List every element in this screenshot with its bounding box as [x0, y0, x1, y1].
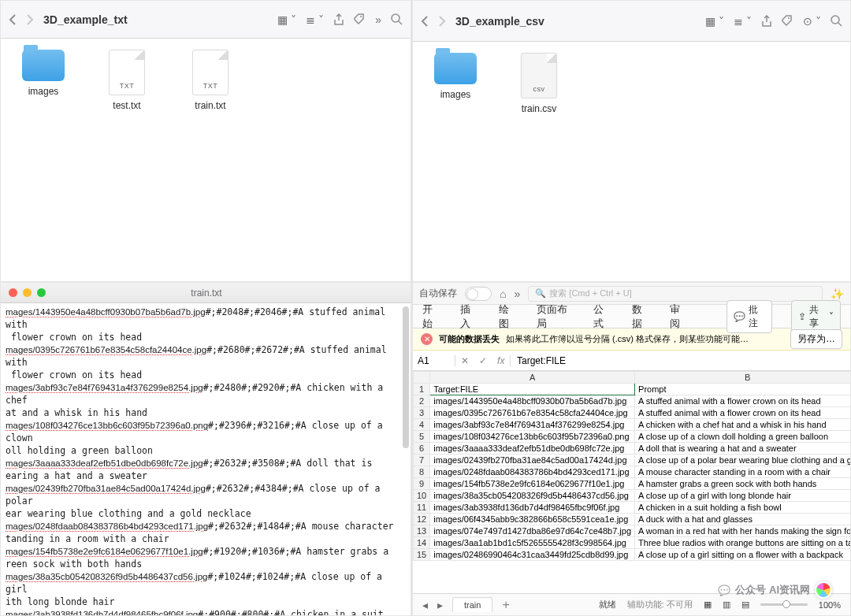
- fx-icon[interactable]: fx: [497, 355, 504, 366]
- tab-home[interactable]: 开始: [422, 302, 441, 331]
- cell[interactable]: A mouse character standing in a room wit…: [635, 466, 850, 478]
- row-header[interactable]: 12: [414, 514, 430, 525]
- more-icon[interactable]: ⊙ ˅: [803, 15, 821, 28]
- cell[interactable]: Prompt: [635, 384, 850, 395]
- save-as-button[interactable]: 另存为…: [790, 329, 842, 349]
- row-header[interactable]: 8: [414, 466, 430, 478]
- file-item[interactable]: images: [426, 53, 485, 114]
- cell[interactable]: images/154fb5738e2e9fc6184e0629677f10e1.…: [430, 478, 635, 490]
- cell[interactable]: A woman in a red hat with her hands maki…: [635, 525, 850, 537]
- spreadsheet-grid[interactable]: ABCDEF1Target:FILEPrompt2images/1443950e…: [413, 371, 850, 593]
- prev-sheet-icon[interactable]: ◂: [422, 599, 428, 611]
- cell[interactable]: A stuffed animal with a flower crown on …: [635, 407, 850, 419]
- view-icons-icon[interactable]: ▦ ˅: [277, 13, 296, 26]
- row-header[interactable]: 13: [414, 525, 430, 537]
- cell[interactable]: images/0395c726761b67e8354c58cfa24404ce.…: [430, 407, 635, 419]
- maximize-icon[interactable]: [37, 288, 46, 297]
- add-sheet-button[interactable]: +: [502, 598, 509, 612]
- cell[interactable]: A duck with a hat and glasses: [635, 514, 850, 525]
- cell[interactable]: Target:FILE: [430, 384, 635, 395]
- cell[interactable]: images/02439fb270fba31ae84c5ad00a17424d.…: [430, 455, 635, 466]
- cell[interactable]: images/3aa1ab1bd1c5f5265555428f3c998564.…: [430, 537, 635, 549]
- cell[interactable]: A stuffed animal with a flower crown on …: [635, 395, 850, 407]
- cell[interactable]: A close up of a girl with long blonde ha…: [635, 490, 850, 502]
- view-icons-icon[interactable]: ▦ ˅: [705, 15, 724, 28]
- tag-icon[interactable]: [354, 13, 366, 25]
- cell[interactable]: images/3ab3938fd136db7d4df98465fbc9f06f.…: [430, 502, 635, 514]
- search-icon[interactable]: [391, 13, 403, 25]
- row-header[interactable]: 3: [414, 407, 430, 419]
- row-header[interactable]: 1: [414, 384, 430, 395]
- share-button[interactable]: ⇪ 共享 ˅: [791, 300, 841, 333]
- row-header[interactable]: 14: [414, 537, 430, 549]
- row-header[interactable]: 9: [414, 478, 430, 490]
- cell[interactable]: A chicken with a chef hat and a whisk in…: [635, 419, 850, 431]
- cell[interactable]: images/3aaaa333deaf2efb51dbe0db698fc72e.…: [430, 443, 635, 455]
- back-icon[interactable]: [9, 14, 17, 25]
- tab-data[interactable]: 数据: [632, 302, 651, 331]
- more-icon[interactable]: »: [375, 13, 381, 26]
- cell[interactable]: images/02486990464c31caa3449fd25cdb8d99.…: [430, 549, 635, 561]
- cell[interactable]: images/074e7497d1427dba86e97d64c7ce48b7.…: [430, 525, 635, 537]
- row-header[interactable]: 15: [414, 549, 430, 561]
- search-input[interactable]: 🔍 搜索 [Cmd + Ctrl + U]: [528, 286, 823, 302]
- cell[interactable]: images/1443950e4a48bcff0930b07ba5b6ad7b.…: [430, 395, 635, 407]
- home-icon[interactable]: ⌂: [500, 288, 506, 300]
- cell[interactable]: images/108f034276ce13bb6c603f95b72396a0.…: [430, 431, 635, 443]
- row-header[interactable]: 5: [414, 431, 430, 443]
- cell[interactable]: images/06f4345abb9c382866b658c5591cea1e.…: [430, 514, 635, 525]
- cell[interactable]: A close up of a polar bear wearing blue …: [635, 455, 850, 466]
- row-header[interactable]: 11: [414, 502, 430, 514]
- finder-window-left[interactable]: 3D_example_txt ▦ ˅ ≣ ˅ » imagesTXTtest.t…: [0, 0, 411, 282]
- autosave-toggle[interactable]: [465, 287, 492, 301]
- cancel-icon[interactable]: ✕: [461, 355, 469, 366]
- search-icon[interactable]: [831, 15, 842, 27]
- cell[interactable]: A chicken in a suit holding a fish bowl: [635, 502, 850, 514]
- file-item[interactable]: csvtrain.csv: [509, 53, 569, 114]
- row-header[interactable]: 10: [414, 490, 430, 502]
- more-icon[interactable]: »: [514, 288, 520, 300]
- group-icon[interactable]: ≣ ˅: [306, 13, 324, 26]
- sheet-tab[interactable]: train: [452, 597, 492, 612]
- cell[interactable]: A close up of a girl sitting on a flower…: [635, 549, 850, 561]
- file-item[interactable]: images: [13, 50, 73, 111]
- row-header[interactable]: 4: [414, 419, 430, 431]
- view-normal-icon[interactable]: ▦: [704, 599, 712, 610]
- tab-insert[interactable]: 插入: [460, 302, 479, 331]
- editor-content[interactable]: mages/1443950e4a48bcff0930b07ba5b6ad7b.j…: [1, 303, 411, 615]
- tab-draw[interactable]: 绘图: [499, 302, 518, 331]
- forward-icon[interactable]: [26, 14, 34, 25]
- row-header[interactable]: 2: [414, 395, 430, 407]
- name-box[interactable]: A1: [413, 355, 455, 366]
- row-header[interactable]: 6: [414, 443, 430, 455]
- forward-icon[interactable]: [438, 16, 446, 27]
- enter-icon[interactable]: ✓: [479, 355, 487, 366]
- close-banner-icon[interactable]: ✕: [421, 333, 433, 345]
- minimize-icon[interactable]: [23, 288, 32, 297]
- scrollbar[interactable]: [403, 306, 409, 448]
- copilot-icon[interactable]: ✨: [831, 288, 844, 300]
- next-sheet-icon[interactable]: ▸: [437, 599, 443, 611]
- finder-window-right[interactable]: 3D_example_csv ▦ ˅ ≣ ˅ ⊙ ˅ imagescsvtrai…: [412, 0, 851, 282]
- back-icon[interactable]: [421, 16, 429, 27]
- file-item[interactable]: TXTtrain.txt: [180, 50, 240, 111]
- cell[interactable]: A doll that is wearing a hat and a sweat…: [635, 443, 850, 455]
- cell[interactable]: images/38a35cb054208326f9d5b4486437cd56.…: [430, 490, 635, 502]
- cell[interactable]: images/3abf93c7e84f769431a4f376299e8254.…: [430, 419, 635, 431]
- share-icon[interactable]: [333, 13, 344, 26]
- share-icon[interactable]: [761, 15, 772, 28]
- tab-formulas[interactable]: 公式: [593, 302, 612, 331]
- excel-window[interactable]: 自动保存 ⌂ » 🔍 搜索 [Cmd + Ctrl + U] ✨ 开始 插入 绘…: [412, 282, 851, 616]
- zoom-level[interactable]: 100%: [819, 600, 841, 610]
- tab-review[interactable]: 审阅: [670, 302, 689, 331]
- view-page-icon[interactable]: ▥: [723, 599, 730, 610]
- comments-button[interactable]: 💬 批注: [727, 300, 772, 333]
- group-icon[interactable]: ≣ ˅: [734, 15, 752, 28]
- tag-icon[interactable]: [782, 15, 793, 27]
- file-item[interactable]: TXTtest.txt: [97, 50, 157, 111]
- cell[interactable]: Three blue radios with orange buttons ar…: [635, 537, 850, 549]
- tab-layout[interactable]: 页面布局: [537, 302, 575, 331]
- close-icon[interactable]: [9, 288, 17, 297]
- view-break-icon[interactable]: ▤: [741, 599, 749, 610]
- cell[interactable]: A hamster grabs a green sock with both h…: [635, 478, 850, 490]
